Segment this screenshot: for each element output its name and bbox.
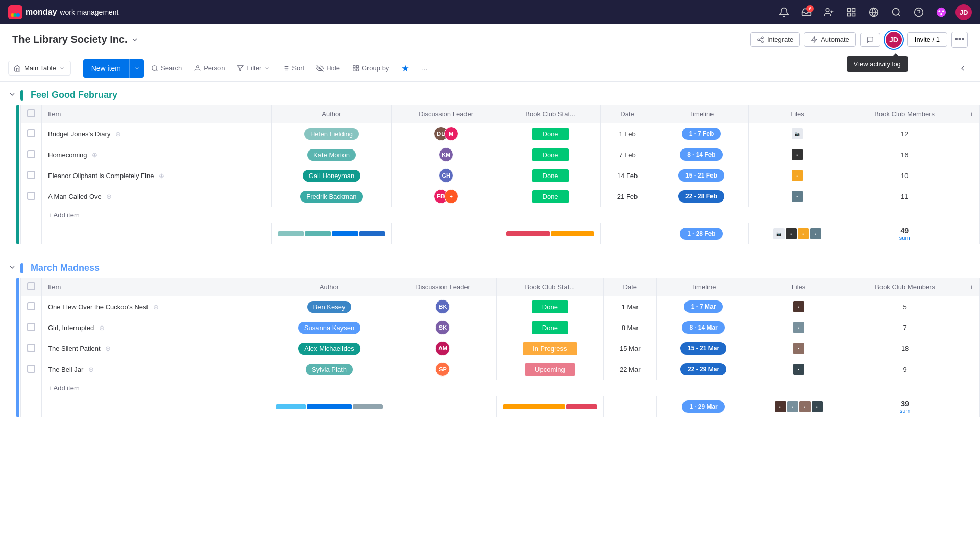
file-icon[interactable]: ▪ [793,364,804,375]
person-button[interactable]: Person [189,62,230,74]
add-item-label[interactable]: + Add item [42,207,980,223]
add-subitem-icon[interactable]: ⊕ [115,130,121,138]
integrate-button[interactable]: Integrate [750,32,800,47]
new-item-main[interactable]: New item [83,59,130,78]
row-checkbox-1[interactable] [27,129,35,137]
search-button[interactable]: Search [146,62,187,74]
author-pill[interactable]: Sylvia Plath [306,364,353,375]
timeline-pill[interactable]: 8 - 14 Feb [680,148,722,161]
select-all-checkbox-march[interactable] [27,282,35,290]
workspace-title[interactable]: The Library Society Inc. [12,34,139,45]
file-icon[interactable]: ▪ [812,401,823,412]
more-options-button[interactable]: ••• [951,32,968,48]
author-pill[interactable]: Kate Morton [307,149,356,161]
add-subitem-icon[interactable]: ⊕ [106,193,112,201]
apps-icon[interactable] [843,4,860,20]
sort-button[interactable]: Sort [277,62,309,74]
file-icon[interactable]: ▪ [792,170,803,181]
help-icon[interactable] [911,4,927,20]
col-add-header[interactable]: + [963,105,980,123]
status-pill[interactable]: Done [532,128,569,140]
timeline-summary-pill[interactable]: 1 - 28 Feb [680,228,722,240]
timeline-pill[interactable]: 22 - 29 Mar [680,363,726,375]
row-checkbox-m3[interactable] [27,344,35,352]
avatar[interactable]: + [444,189,458,204]
palette-icon[interactable] [933,4,949,20]
row-checkbox-2[interactable] [27,150,35,158]
row-checkbox-m2[interactable] [27,323,35,331]
sparkle-button[interactable] [396,62,414,75]
globe-icon[interactable] [866,4,882,20]
hide-button[interactable]: Hide [311,62,345,74]
author-pill[interactable]: Ben Kesey [307,301,352,313]
timeline-pill[interactable]: 15 - 21 Feb [678,169,724,182]
app-logo[interactable]: monday work management [8,5,119,19]
invite-user-icon[interactable] [821,4,837,20]
avatar[interactable]: SK [435,320,450,335]
filter-button[interactable]: Filter [232,62,275,74]
new-item-button[interactable]: New item [83,59,144,78]
author-pill[interactable]: Gail Honeyman [303,170,361,182]
row-checkbox-4[interactable] [27,192,35,200]
status-pill[interactable]: Done [532,169,569,182]
add-item-row[interactable]: + Add item [21,380,980,396]
file-icon[interactable]: ▪ [786,228,797,239]
collapse-button[interactable] [953,62,972,75]
file-icon[interactable]: ▪ [792,191,803,202]
avatar[interactable]: KM [439,147,453,162]
col-add-header[interactable]: + [963,278,980,296]
add-subitem-icon[interactable]: ⊕ [153,303,159,311]
group-chevron-feb[interactable] [8,90,16,100]
avatar[interactable]: M [444,127,458,141]
file-icon[interactable]: ▪ [793,343,804,354]
group-chevron-march[interactable] [8,263,16,273]
user-avatar-workspace[interactable]: JD View activity log [885,31,903,49]
status-pill[interactable]: Upcoming [525,363,575,376]
file-icon[interactable]: ▪ [798,228,809,239]
file-icon[interactable]: ▪ [793,322,804,333]
status-pill[interactable]: Done [532,148,569,161]
author-pill[interactable]: Fredrik Backman [300,191,362,203]
file-icon[interactable]: ▪ [792,149,803,160]
timeline-pill[interactable]: 1 - 7 Mar [684,300,723,313]
row-checkbox-m1[interactable] [27,302,35,310]
author-pill[interactable]: Susanna Kaysen [298,322,360,334]
avatar[interactable]: SP [435,362,450,377]
file-icon[interactable]: 📷 [792,128,803,139]
add-subitem-icon[interactable]: ⊕ [99,324,105,332]
file-icon[interactable]: ▪ [787,401,798,412]
status-pill[interactable]: In Progress [523,342,577,355]
timeline-pill[interactable]: 22 - 28 Feb [678,190,724,203]
timeline-pill[interactable]: 1 - 7 Feb [682,128,721,140]
row-checkbox-3[interactable] [27,171,35,179]
invite-button[interactable]: Invite / 1 [907,32,947,47]
select-all-checkbox[interactable] [27,109,35,117]
avatar[interactable]: BK [435,299,450,314]
table-selector[interactable]: Main Table [8,61,71,76]
inbox-icon[interactable]: 6 [798,4,815,20]
add-item-label[interactable]: + Add item [42,380,980,396]
user-avatar[interactable]: JD [885,31,903,49]
author-pill[interactable]: Helen Fielding [304,128,359,140]
status-pill[interactable]: Done [532,321,568,334]
status-pill[interactable]: Done [532,190,569,203]
avatar[interactable]: AM [435,341,450,356]
add-subitem-icon[interactable]: ⊕ [105,345,111,353]
add-subitem-icon[interactable]: ⊕ [88,366,94,373]
add-item-row[interactable]: + Add item [21,207,980,223]
search-icon[interactable] [888,4,904,20]
bell-icon[interactable] [776,4,792,20]
new-item-dropdown-arrow[interactable] [130,59,144,78]
status-pill[interactable]: Done [532,300,568,313]
avatar[interactable]: GH [439,168,453,183]
file-icon[interactable]: ▪ [793,301,804,312]
timeline-pill[interactable]: 8 - 14 Mar [682,321,724,334]
timeline-pill[interactable]: 15 - 21 Mar [680,342,726,355]
file-icon[interactable]: ▪ [775,401,786,412]
row-checkbox-m4[interactable] [27,365,35,373]
file-icon[interactable]: ▪ [810,228,821,239]
chat-button[interactable] [860,33,880,47]
timeline-summary-pill-march[interactable]: 1 - 29 Mar [682,400,724,413]
file-icon[interactable]: 📷 [773,228,785,239]
more-toolbar-button[interactable]: ... [416,62,432,74]
